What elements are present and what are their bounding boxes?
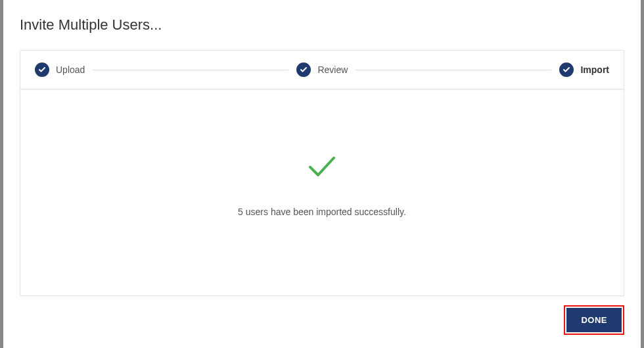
check-circle-icon bbox=[559, 62, 574, 77]
step-review: Review bbox=[296, 62, 348, 77]
step-label: Import bbox=[580, 64, 609, 75]
done-button[interactable]: DONE bbox=[566, 308, 622, 332]
step-connector bbox=[93, 70, 288, 70]
success-check-icon bbox=[308, 155, 336, 180]
modal-footer: DONE bbox=[20, 305, 624, 335]
step-connector bbox=[356, 70, 551, 70]
check-circle-icon bbox=[296, 62, 311, 77]
step-upload: Upload bbox=[35, 62, 85, 77]
invite-users-modal: Invite Multiple Users... Upload Review bbox=[3, 0, 641, 348]
stepper: Upload Review Import bbox=[20, 51, 624, 89]
modal-title: Invite Multiple Users... bbox=[20, 16, 624, 34]
check-circle-icon bbox=[35, 62, 49, 77]
content-card: Upload Review Import bbox=[20, 50, 624, 296]
step-label: Review bbox=[317, 64, 348, 75]
step-import: Import bbox=[559, 62, 609, 77]
result-message: 5 users have been imported successfully. bbox=[238, 207, 406, 217]
done-button-highlight: DONE bbox=[564, 305, 624, 335]
step-label: Upload bbox=[56, 64, 85, 75]
result-area: 5 users have been imported successfully. bbox=[20, 89, 624, 295]
